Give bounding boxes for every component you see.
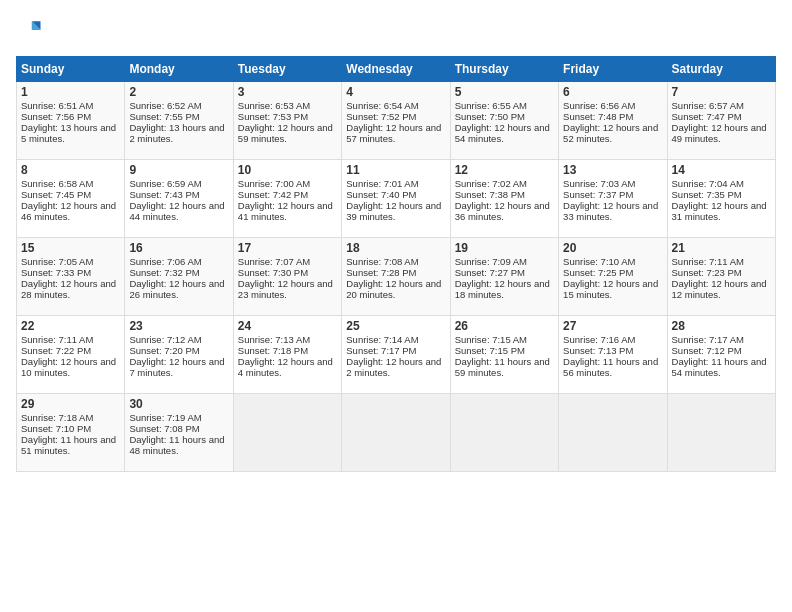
daylight-text: Daylight: 12 hours and 15 minutes. xyxy=(563,278,658,300)
daylight-text: Daylight: 12 hours and 28 minutes. xyxy=(21,278,116,300)
day-number: 27 xyxy=(563,319,662,333)
daylight-text: Daylight: 12 hours and 33 minutes. xyxy=(563,200,658,222)
sunrise-text: Sunrise: 6:58 AM xyxy=(21,178,93,189)
sunset-text: Sunset: 7:37 PM xyxy=(563,189,633,200)
sunrise-text: Sunrise: 7:10 AM xyxy=(563,256,635,267)
sunrise-text: Sunrise: 7:11 AM xyxy=(672,256,744,267)
day-header: Saturday xyxy=(667,57,775,82)
sunset-text: Sunset: 7:55 PM xyxy=(129,111,199,122)
sunset-text: Sunset: 7:20 PM xyxy=(129,345,199,356)
calendar-cell: 3 Sunrise: 6:53 AM Sunset: 7:53 PM Dayli… xyxy=(233,82,341,160)
sunset-text: Sunset: 7:47 PM xyxy=(672,111,742,122)
sunset-text: Sunset: 7:56 PM xyxy=(21,111,91,122)
day-number: 21 xyxy=(672,241,771,255)
daylight-text: Daylight: 12 hours and 31 minutes. xyxy=(672,200,767,222)
sunrise-text: Sunrise: 6:54 AM xyxy=(346,100,418,111)
day-number: 28 xyxy=(672,319,771,333)
sunrise-text: Sunrise: 6:52 AM xyxy=(129,100,201,111)
calendar-cell: 2 Sunrise: 6:52 AM Sunset: 7:55 PM Dayli… xyxy=(125,82,233,160)
daylight-text: Daylight: 12 hours and 4 minutes. xyxy=(238,356,333,378)
calendar-cell: 8 Sunrise: 6:58 AM Sunset: 7:45 PM Dayli… xyxy=(17,160,125,238)
day-number: 23 xyxy=(129,319,228,333)
daylight-text: Daylight: 13 hours and 5 minutes. xyxy=(21,122,116,144)
sunset-text: Sunset: 7:17 PM xyxy=(346,345,416,356)
daylight-text: Daylight: 11 hours and 51 minutes. xyxy=(21,434,116,456)
day-number: 1 xyxy=(21,85,120,99)
logo xyxy=(16,16,46,44)
sunset-text: Sunset: 7:33 PM xyxy=(21,267,91,278)
day-number: 18 xyxy=(346,241,445,255)
sunset-text: Sunset: 7:08 PM xyxy=(129,423,199,434)
sunrise-text: Sunrise: 7:15 AM xyxy=(455,334,527,345)
sunrise-text: Sunrise: 7:07 AM xyxy=(238,256,310,267)
sunrise-text: Sunrise: 7:09 AM xyxy=(455,256,527,267)
day-number: 7 xyxy=(672,85,771,99)
daylight-text: Daylight: 12 hours and 57 minutes. xyxy=(346,122,441,144)
day-number: 30 xyxy=(129,397,228,411)
calendar-cell: 9 Sunrise: 6:59 AM Sunset: 7:43 PM Dayli… xyxy=(125,160,233,238)
sunset-text: Sunset: 7:25 PM xyxy=(563,267,633,278)
calendar-cell: 7 Sunrise: 6:57 AM Sunset: 7:47 PM Dayli… xyxy=(667,82,775,160)
daylight-text: Daylight: 12 hours and 10 minutes. xyxy=(21,356,116,378)
calendar-cell: 10 Sunrise: 7:00 AM Sunset: 7:42 PM Dayl… xyxy=(233,160,341,238)
day-number: 13 xyxy=(563,163,662,177)
daylight-text: Daylight: 12 hours and 26 minutes. xyxy=(129,278,224,300)
daylight-text: Daylight: 12 hours and 41 minutes. xyxy=(238,200,333,222)
day-number: 10 xyxy=(238,163,337,177)
day-number: 29 xyxy=(21,397,120,411)
daylight-text: Daylight: 12 hours and 39 minutes. xyxy=(346,200,441,222)
calendar-cell: 19 Sunrise: 7:09 AM Sunset: 7:27 PM Dayl… xyxy=(450,238,558,316)
day-number: 20 xyxy=(563,241,662,255)
sunset-text: Sunset: 7:15 PM xyxy=(455,345,525,356)
sunset-text: Sunset: 7:50 PM xyxy=(455,111,525,122)
calendar-cell: 22 Sunrise: 7:11 AM Sunset: 7:22 PM Dayl… xyxy=(17,316,125,394)
daylight-text: Daylight: 11 hours and 48 minutes. xyxy=(129,434,224,456)
calendar-cell: 15 Sunrise: 7:05 AM Sunset: 7:33 PM Dayl… xyxy=(17,238,125,316)
sunrise-text: Sunrise: 7:12 AM xyxy=(129,334,201,345)
sunrise-text: Sunrise: 7:14 AM xyxy=(346,334,418,345)
day-header: Wednesday xyxy=(342,57,450,82)
calendar-cell: 13 Sunrise: 7:03 AM Sunset: 7:37 PM Dayl… xyxy=(559,160,667,238)
sunrise-text: Sunrise: 6:56 AM xyxy=(563,100,635,111)
calendar-week-row: 15 Sunrise: 7:05 AM Sunset: 7:33 PM Dayl… xyxy=(17,238,776,316)
daylight-text: Daylight: 12 hours and 36 minutes. xyxy=(455,200,550,222)
daylight-text: Daylight: 12 hours and 20 minutes. xyxy=(346,278,441,300)
calendar-cell: 28 Sunrise: 7:17 AM Sunset: 7:12 PM Dayl… xyxy=(667,316,775,394)
day-number: 8 xyxy=(21,163,120,177)
sunrise-text: Sunrise: 7:01 AM xyxy=(346,178,418,189)
calendar-body: 1 Sunrise: 6:51 AM Sunset: 7:56 PM Dayli… xyxy=(17,82,776,472)
daylight-text: Daylight: 12 hours and 2 minutes. xyxy=(346,356,441,378)
calendar-cell: 24 Sunrise: 7:13 AM Sunset: 7:18 PM Dayl… xyxy=(233,316,341,394)
sunrise-text: Sunrise: 7:04 AM xyxy=(672,178,744,189)
day-number: 4 xyxy=(346,85,445,99)
sunset-text: Sunset: 7:10 PM xyxy=(21,423,91,434)
calendar-week-row: 22 Sunrise: 7:11 AM Sunset: 7:22 PM Dayl… xyxy=(17,316,776,394)
sunset-text: Sunset: 7:43 PM xyxy=(129,189,199,200)
day-number: 25 xyxy=(346,319,445,333)
calendar-cell: 23 Sunrise: 7:12 AM Sunset: 7:20 PM Dayl… xyxy=(125,316,233,394)
sunset-text: Sunset: 7:53 PM xyxy=(238,111,308,122)
calendar-cell: 6 Sunrise: 6:56 AM Sunset: 7:48 PM Dayli… xyxy=(559,82,667,160)
sunset-text: Sunset: 7:28 PM xyxy=(346,267,416,278)
day-number: 17 xyxy=(238,241,337,255)
sunset-text: Sunset: 7:48 PM xyxy=(563,111,633,122)
day-number: 26 xyxy=(455,319,554,333)
calendar-table: SundayMondayTuesdayWednesdayThursdayFrid… xyxy=(16,56,776,472)
daylight-text: Daylight: 12 hours and 44 minutes. xyxy=(129,200,224,222)
day-number: 19 xyxy=(455,241,554,255)
calendar-cell: 5 Sunrise: 6:55 AM Sunset: 7:50 PM Dayli… xyxy=(450,82,558,160)
sunset-text: Sunset: 7:22 PM xyxy=(21,345,91,356)
day-header: Friday xyxy=(559,57,667,82)
calendar-cell: 12 Sunrise: 7:02 AM Sunset: 7:38 PM Dayl… xyxy=(450,160,558,238)
calendar-cell: 18 Sunrise: 7:08 AM Sunset: 7:28 PM Dayl… xyxy=(342,238,450,316)
calendar-cell: 26 Sunrise: 7:15 AM Sunset: 7:15 PM Dayl… xyxy=(450,316,558,394)
day-header: Sunday xyxy=(17,57,125,82)
sunrise-text: Sunrise: 7:03 AM xyxy=(563,178,635,189)
day-number: 15 xyxy=(21,241,120,255)
sunset-text: Sunset: 7:40 PM xyxy=(346,189,416,200)
day-number: 9 xyxy=(129,163,228,177)
day-header: Thursday xyxy=(450,57,558,82)
sunset-text: Sunset: 7:27 PM xyxy=(455,267,525,278)
sunset-text: Sunset: 7:35 PM xyxy=(672,189,742,200)
sunrise-text: Sunrise: 6:59 AM xyxy=(129,178,201,189)
